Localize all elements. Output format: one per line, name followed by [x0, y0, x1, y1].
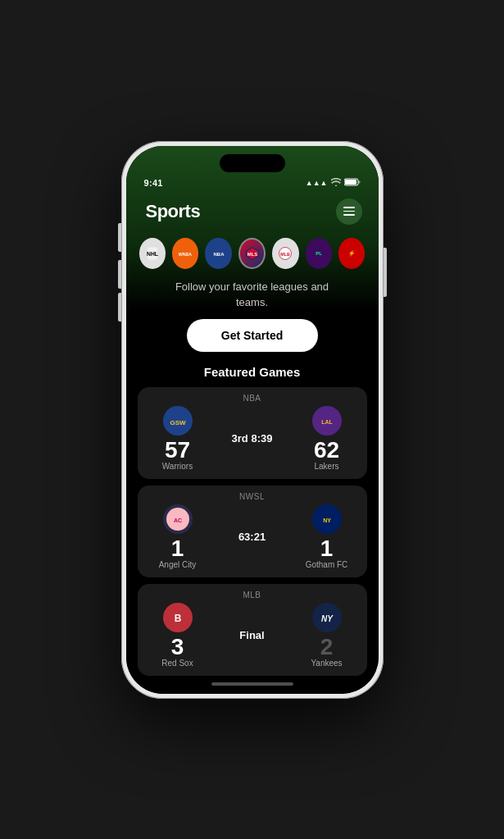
game-status-center: Final: [207, 629, 298, 641]
phone-shell: 9:41 ▲▲▲: [121, 141, 384, 699]
get-started-button[interactable]: Get Started: [187, 319, 318, 352]
lakers-logo: LAL: [312, 406, 342, 435]
status-icons: ▲▲▲: [306, 178, 361, 188]
home-team: GSW 57 Warriors: [149, 406, 207, 471]
status-bar: 9:41 ▲▲▲: [126, 172, 379, 190]
away-team-name: Yankees: [311, 659, 342, 668]
warriors-logo: GSW: [163, 406, 193, 435]
game-status-center: 3rd 8:39: [207, 432, 298, 445]
game-row: B 3 Red Sox Final: [149, 603, 356, 668]
svg-text:MLS: MLS: [247, 251, 257, 256]
svg-text:NY: NY: [323, 518, 331, 523]
svg-text:LAL: LAL: [321, 419, 333, 425]
away-score: 62: [314, 439, 339, 462]
svg-text:WNBA: WNBA: [179, 252, 193, 257]
away-team: LAL 62 Lakers: [298, 406, 356, 471]
away-score: 1: [320, 537, 334, 560]
home-team: AC 1 Angel City: [149, 504, 207, 569]
wifi-icon: [331, 178, 341, 188]
home-team: B 3 Red Sox: [149, 603, 207, 668]
away-team: NY 1 Gotham FC: [298, 504, 356, 569]
game-time: 63:21: [207, 531, 298, 543]
game-card-nba[interactable]: NBA GSW 57 Warriors: [138, 387, 367, 479]
app-title-text: Sports: [146, 201, 201, 222]
game-league-label: NWSL: [149, 492, 356, 501]
game-time: 3rd 8:39: [207, 432, 298, 445]
angel-city-logo: AC: [163, 504, 193, 534]
game-league-label: MLB: [149, 590, 356, 600]
svg-text:⚡: ⚡: [348, 249, 356, 257]
yankees-logo: NY: [312, 603, 342, 632]
signal-icon: ▲▲▲: [306, 179, 328, 187]
battery-icon: [344, 178, 361, 188]
away-team: NY 2 Yankees: [298, 603, 356, 668]
dynamic-island: [220, 154, 285, 172]
game-status-center: 63:21: [207, 531, 298, 543]
menu-button[interactable]: [336, 198, 362, 225]
redsox-logo: B: [163, 603, 193, 632]
game-final-label: Final: [207, 629, 298, 641]
featured-games-section: Featured Games NBA GSW 57: [126, 365, 379, 677]
league-nba[interactable]: NBA: [205, 238, 231, 269]
game-row: AC 1 Angel City 63:21: [149, 504, 356, 569]
featured-title: Featured Games: [138, 365, 367, 379]
away-team-name: Gotham FC: [306, 560, 348, 569]
app-screen: 9:41 ▲▲▲: [126, 146, 379, 694]
league-mls[interactable]: MLS: [238, 238, 266, 269]
app-header: Sports: [126, 190, 379, 231]
svg-text:GSW: GSW: [170, 419, 186, 426]
svg-text:NHL: NHL: [147, 251, 158, 257]
app-title: Sports: [143, 201, 201, 222]
leagues-row: NHL WNBA NBA: [126, 231, 379, 274]
league-mlb[interactable]: MLB: [272, 238, 298, 269]
game-card-nwsl[interactable]: NWSL AC 1 Angel City: [138, 486, 367, 577]
menu-icon: [343, 207, 355, 216]
phone-screen: 9:41 ▲▲▲: [126, 146, 379, 694]
tagline: Follow your favorite leagues and teams.: [126, 274, 379, 319]
game-league-label: NBA: [149, 394, 356, 403]
league-extra[interactable]: ⚡: [338, 238, 365, 269]
svg-text:AC: AC: [173, 518, 181, 523]
home-team-name: Warriors: [162, 462, 193, 471]
gotham-logo: NY: [312, 504, 342, 534]
svg-rect-2: [345, 180, 356, 185]
svg-text:B: B: [174, 613, 181, 624]
game-row: GSW 57 Warriors 3rd 8:39: [149, 406, 356, 471]
svg-rect-1: [358, 180, 360, 183]
svg-text:NBA: NBA: [213, 252, 225, 257]
league-nhl[interactable]: NHL: [139, 238, 166, 269]
home-score: 57: [165, 439, 190, 462]
league-pl[interactable]: PL: [306, 238, 332, 269]
away-score: 2: [320, 636, 334, 659]
svg-text:PL: PL: [316, 251, 322, 256]
away-team-name: Lakers: [314, 462, 338, 471]
svg-text:NY: NY: [321, 614, 334, 623]
home-team-name: Angel City: [159, 560, 197, 569]
svg-text:MLB: MLB: [281, 252, 291, 257]
home-score: 3: [171, 636, 184, 659]
game-card-mlb[interactable]: MLB B 3 Red Sox: [138, 584, 367, 676]
home-score: 1: [171, 537, 184, 560]
home-team-name: Red Sox: [161, 659, 193, 668]
league-wnba[interactable]: WNBA: [172, 238, 198, 269]
status-time: 9:41: [144, 178, 163, 188]
home-indicator: [211, 682, 293, 686]
